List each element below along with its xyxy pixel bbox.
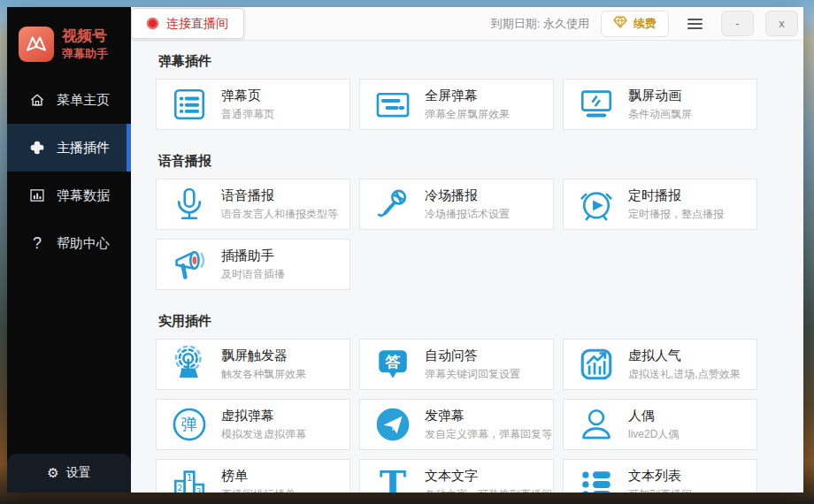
card-subtitle: 触发各种飘屏效果 <box>221 367 306 382</box>
danmaku-glyph: 弹 <box>181 415 197 433</box>
sidebar-item-home[interactable]: 菜单主页 <box>7 76 131 124</box>
question-icon: ? <box>28 234 46 253</box>
rank-1-glyph: 1 <box>187 472 193 483</box>
plugin-card-text-list[interactable]: 文本列表可加到直播间 <box>563 459 757 493</box>
fullscreen-danmaku-icon <box>373 85 412 124</box>
card-subtitle: 直播间排行榜单 <box>221 487 296 493</box>
butterfly-logo-icon <box>19 27 54 62</box>
card-title: 文本文字 <box>425 468 552 485</box>
sidebar-item-label: 帮助中心 <box>57 235 110 252</box>
megaphone-icon <box>170 245 209 284</box>
minimize-button[interactable]: - <box>721 11 754 36</box>
float-animation-icon <box>577 85 616 124</box>
trigger-touch-icon <box>170 345 209 384</box>
card-subtitle: 条件动画飘屏 <box>628 107 692 122</box>
card-title: 文本列表 <box>628 468 692 485</box>
handheld-mic-icon <box>373 185 412 224</box>
close-button[interactable]: x <box>765 11 798 36</box>
virtual-danmaku-icon: 弹 <box>170 405 209 444</box>
microphone-icon <box>170 185 209 224</box>
puzzle-icon <box>28 140 46 156</box>
sidebar-item-plugins[interactable]: 主播插件 <box>7 124 131 172</box>
card-title: 榜单 <box>221 468 296 485</box>
home-icon <box>28 92 46 108</box>
main-area: 连接直播间 到期日期: 永久使用 续费 - x 弹幕插件 <box>131 7 803 493</box>
card-title: 虚拟人气 <box>628 347 741 364</box>
plugin-card-voice-broadcast[interactable]: 语音播报语音发言人和播报类型等 <box>156 179 350 230</box>
connect-button-label: 连接直播间 <box>166 16 228 32</box>
sidebar-item-label: 主播插件 <box>57 140 110 157</box>
letter-t-glyph: T <box>380 466 406 493</box>
card-title: 全屏弹幕 <box>425 88 510 104</box>
ranking-podium-icon: 123 <box>170 465 209 493</box>
card-title: 自动问答 <box>425 347 520 364</box>
sidebar: 视频号 弹幕助手 菜单主页 主播插件 <box>7 7 131 493</box>
text-list-icon <box>577 465 616 493</box>
plugins-content: 弹幕插件 弹幕页普通弹幕页 全屏弹幕弹幕全屏飘屏效果 <box>131 41 803 493</box>
plugin-card-insert-broadcast[interactable]: 插播助手及时语音插播 <box>156 239 350 290</box>
renew-button-label: 续费 <box>634 16 657 32</box>
bar-chart-icon <box>28 187 46 203</box>
popularity-chart-icon <box>577 345 616 384</box>
plugin-card-float-trigger[interactable]: 飘屏触发器触发各种飘屏效果 <box>156 339 350 390</box>
card-title: 语音播报 <box>221 187 338 204</box>
avatar-person-icon <box>577 405 616 444</box>
rank-2-glyph: 2 <box>178 483 183 493</box>
answer-glyph: 答 <box>384 353 401 370</box>
danmaku-page-icon <box>170 85 209 124</box>
card-subtitle: 可加到直播间 <box>628 487 692 493</box>
section-title: 实用插件 <box>158 313 803 330</box>
plugin-card-virtual-danmaku[interactable]: 弹 虚拟弹幕模拟发送虚拟弹幕 <box>156 399 350 450</box>
card-subtitle: 各种文字，可装饰到直播间 <box>425 487 552 493</box>
sidebar-item-label: 弹幕数据 <box>57 187 110 204</box>
plugin-card-danmaku-page[interactable]: 弹幕页普通弹幕页 <box>156 79 350 130</box>
card-subtitle: 普通弹幕页 <box>221 107 274 122</box>
card-title: 飘屏动画 <box>628 88 692 104</box>
card-title: 人偶 <box>628 408 679 424</box>
plugin-card-idle-broadcast[interactable]: 冷场播报冷场播报话术设置 <box>359 179 554 230</box>
card-title: 冷场播报 <box>425 187 510 204</box>
section-danmaku-plugins: 弹幕插件 弹幕页普通弹幕页 全屏弹幕弹幕全屏飘屏效果 <box>156 53 803 139</box>
card-subtitle: 及时语音插播 <box>221 267 285 282</box>
send-danmaku-icon <box>373 405 412 444</box>
connect-live-room-button[interactable]: 连接直播间 <box>131 8 244 39</box>
sidebar-nav: 菜单主页 主播插件 弹幕数据 ? 帮助中心 <box>7 76 131 267</box>
section-title: 弹幕插件 <box>158 53 803 70</box>
card-subtitle: live2D人偶 <box>628 427 679 442</box>
sidebar-item-danmaku-data[interactable]: 弹幕数据 <box>7 172 131 219</box>
app-logo: 视频号 弹幕助手 <box>7 7 131 62</box>
card-title: 插播助手 <box>221 248 285 264</box>
app-subtitle: 弹幕助手 <box>62 46 108 62</box>
plugin-card-live2d-avatar[interactable]: 人偶live2D人偶 <box>563 399 757 450</box>
sidebar-item-settings[interactable]: ⚙ 设置 <box>7 454 131 493</box>
sidebar-item-label: 菜单主页 <box>57 92 110 109</box>
plugin-card-fullscreen-danmaku[interactable]: 全屏弹幕弹幕全屏飘屏效果 <box>359 79 554 130</box>
gold-diamond-icon <box>613 16 627 31</box>
card-subtitle: 弹幕全屏飘屏效果 <box>425 107 510 122</box>
answer-bubble-icon: 答 <box>373 345 412 384</box>
plugin-card-float-animation[interactable]: 飘屏动画条件动画飘屏 <box>563 79 757 130</box>
section-title: 语音播报 <box>158 153 803 170</box>
plugin-card-ranking-list[interactable]: 123 榜单直播间排行榜单 <box>156 459 350 493</box>
card-title: 虚拟弹幕 <box>221 408 306 424</box>
card-subtitle: 弹幕关键词回复设置 <box>425 367 520 382</box>
card-title: 发弹幕 <box>425 408 552 424</box>
card-title: 定时播报 <box>628 187 724 204</box>
card-subtitle: 定时播报，整点播报 <box>628 207 724 222</box>
red-stop-dot-icon <box>147 18 158 29</box>
settings-label: 设置 <box>66 465 91 481</box>
renew-button[interactable]: 续费 <box>601 11 669 37</box>
sidebar-item-help[interactable]: ? 帮助中心 <box>7 219 131 267</box>
plugin-card-text-label[interactable]: T 文本文字各种文字，可装饰到直播间 <box>359 459 554 493</box>
plugin-card-auto-qa[interactable]: 答 自动问答弹幕关键词回复设置 <box>359 339 554 390</box>
plugin-card-timed-broadcast[interactable]: 定时播报定时播报，整点播报 <box>563 179 757 230</box>
card-subtitle: 冷场播报话术设置 <box>425 207 510 222</box>
card-subtitle: 模拟发送虚拟弹幕 <box>221 427 306 442</box>
expiry-date-label: 到期日期: 永久使用 <box>491 16 589 32</box>
hamburger-menu-icon[interactable] <box>687 19 703 29</box>
rank-3-glyph: 3 <box>196 486 202 493</box>
app-title: 视频号 <box>62 27 108 45</box>
plugin-card-virtual-popularity[interactable]: 虚拟人气虚拟送礼,进场,点赞效果 <box>563 339 757 390</box>
card-subtitle: 虚拟送礼,进场,点赞效果 <box>628 367 741 382</box>
plugin-card-send-danmaku[interactable]: 发弹幕发自定义弹幕，弹幕回复等 <box>359 399 554 450</box>
